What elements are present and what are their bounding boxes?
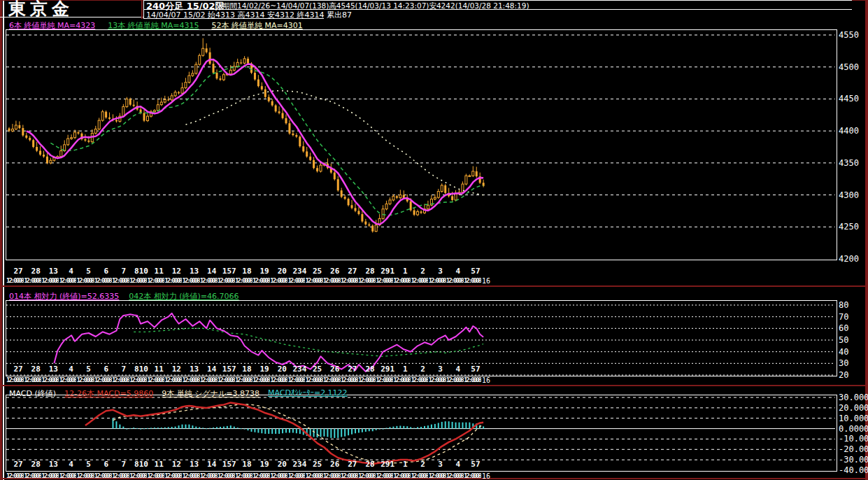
- x-day-label: 4: [69, 460, 73, 469]
- x-day-label: 57: [471, 460, 480, 469]
- x-day-label: 6: [104, 365, 108, 374]
- x-day-label: 28: [365, 460, 374, 469]
- x-day-label: 7: [122, 267, 127, 276]
- instrument-title: 東京金: [8, 0, 73, 18]
- x-time-label: 12:0008:00: [164, 376, 182, 383]
- macd-y-axis-label: -40.0000: [839, 466, 868, 474]
- x-time-label: 12:0008:00: [446, 376, 464, 383]
- rsi-legend: 014本 相対力 (終値)=52.6335 042本 相対力 (終値)=46.7…: [9, 291, 239, 302]
- x-time-label: 12:0008:00: [6, 277, 24, 284]
- x-time-label: 12:0008:00: [429, 376, 446, 383]
- x-day-label: 27: [348, 267, 357, 276]
- x-time-label: 12:0008:00: [393, 472, 411, 479]
- x-day-label: 27: [13, 460, 22, 469]
- x-time-label: 12:0008:00: [77, 277, 94, 284]
- x-day-label: 19: [259, 460, 269, 469]
- x-day-label: 11: [155, 267, 164, 276]
- x-day-label: 2: [420, 365, 425, 374]
- x-time-label: 12:0008:00: [94, 277, 112, 284]
- x-day-label: 234: [292, 267, 306, 276]
- x-time-label: 12:0008:00: [183, 277, 200, 284]
- x-time-label: 12:0008:00: [129, 472, 147, 479]
- x-day-label: 27: [13, 267, 22, 276]
- x-day-label: 4: [455, 365, 460, 374]
- x-time-label: 12:0008:00: [218, 376, 235, 383]
- signal-value-label[interactable]: 9本 単純 シグナル=3.8738: [162, 388, 259, 399]
- x-day-label: 1: [403, 365, 408, 374]
- x-time-label: 12:0008:00: [41, 376, 59, 383]
- x-time-label: 12:0008:00: [323, 376, 341, 383]
- x-time-label: 12:0008:00: [411, 277, 428, 284]
- x-day-label: 18: [242, 460, 251, 469]
- x-time-label: 12:0008:00: [129, 376, 147, 383]
- x-time-label: 12:0008:00: [411, 376, 428, 383]
- x-day-label: 4: [455, 267, 460, 276]
- x-day-label: 26: [330, 365, 339, 374]
- x-day-label: 291: [380, 365, 394, 374]
- x-time-label: 12:0008:00: [112, 472, 129, 479]
- x-day-label: 14: [207, 365, 216, 374]
- x-day-label: 26: [330, 267, 339, 276]
- x-day-label: 12: [172, 460, 181, 469]
- x-day-label: 3: [438, 267, 443, 276]
- x-time-label: 12:0008:00: [6, 376, 24, 383]
- main-y-axis-label: 4550: [839, 31, 859, 39]
- macd-y-axis-label: 0.0000: [839, 425, 868, 433]
- x-time-label: 12:0008:00: [429, 472, 446, 479]
- rsi-y-axis-label: 50: [839, 336, 848, 344]
- x-time-label: 12:0008:00: [287, 376, 305, 383]
- x-day-label: 5: [86, 460, 91, 469]
- x-time-label: 12:0008:00: [235, 277, 252, 284]
- x-time-label: 12:0008:00: [341, 277, 358, 284]
- x-time-label: 12:0008:00: [429, 277, 446, 284]
- x-day-label: 7: [122, 365, 127, 374]
- x-time-label: 12:0008:00: [235, 376, 252, 383]
- x-day-label: 12: [172, 267, 181, 276]
- x-day-label: 27: [348, 460, 357, 469]
- x-time-label: 12:0008:00: [252, 472, 270, 479]
- x-time-label: 12:0008:00: [218, 472, 235, 479]
- rsi42-legend-label[interactable]: 042本 相対力 (終値)=46.7066: [129, 291, 239, 302]
- x-time-label: 12:0008:00: [287, 472, 305, 479]
- x-time-label: 12:0008:00: [464, 376, 481, 383]
- x-day-label: 11: [155, 365, 164, 374]
- x-day-label: 810: [134, 460, 148, 469]
- x-day-label: 14: [207, 267, 216, 276]
- x-time-label: 12:0008:00: [270, 376, 287, 383]
- x-day-label: 6: [104, 267, 108, 276]
- main-y-axis-label: 4500: [839, 63, 859, 71]
- x-day-label: 4: [69, 267, 73, 276]
- x-day-label: 13: [49, 267, 58, 276]
- x-day-label: 26: [330, 460, 339, 469]
- x-time-label: 12:0008:00: [393, 277, 411, 284]
- main-chart-plot-area[interactable]: [6, 29, 837, 260]
- x-time-label: 12:0008:00: [147, 376, 164, 383]
- rsi14-legend-label[interactable]: 014本 相対力 (終値)=52.6335: [9, 291, 119, 302]
- rsi-y-axis-label: 20: [839, 371, 848, 379]
- macd-osc-label[interactable]: MACDｵｼﾚｰﾀｰ=2.1122: [268, 388, 348, 399]
- x-time-label: 12:0008:00: [323, 472, 341, 479]
- x-day-label: 19: [259, 267, 269, 276]
- rsi-y-axis-label: 60: [839, 324, 848, 332]
- x-day-label: 5: [86, 365, 91, 374]
- x-day-label: 5: [86, 267, 91, 276]
- x-time-label: 12:0008:00: [164, 472, 182, 479]
- x-time-label: 12:0008:00: [147, 472, 164, 479]
- title-underline: [0, 17, 143, 17]
- x-day-label: 6: [104, 460, 108, 469]
- x-time-label: 12:0008:00: [306, 376, 323, 383]
- x-day-label: 13: [49, 460, 58, 469]
- macd-y-axis-label: 10.0000: [839, 414, 868, 423]
- rsi-y-axis-label: 40: [839, 348, 848, 356]
- x-day-label: 18: [242, 365, 251, 374]
- x-day-label: 13: [190, 267, 199, 276]
- macd-y-axis-label: -10.0000: [839, 435, 868, 443]
- x-time-label: 12:0008:00: [270, 277, 287, 284]
- x-time-label: 12:0008:00: [287, 277, 305, 284]
- macd-value-label[interactable]: 12-26本 MACD=5.9860: [64, 388, 153, 399]
- x-day-label: 25: [313, 267, 322, 276]
- x-day-label: 3: [438, 460, 443, 469]
- x-time-label: 12:0008:00: [6, 472, 24, 479]
- x-time-label: 12:0008:00: [252, 376, 270, 383]
- x-day-label: 810: [134, 365, 148, 374]
